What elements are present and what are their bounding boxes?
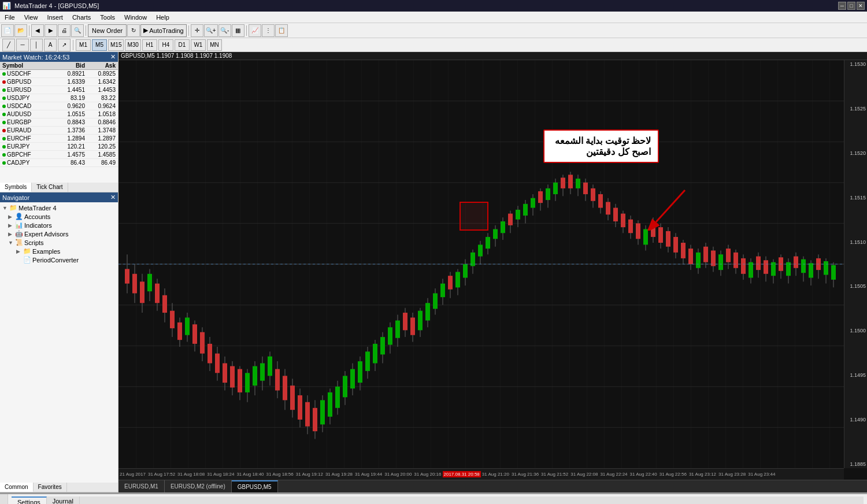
status-dot: [2, 137, 6, 140]
tab-journal[interactable]: Journal: [47, 496, 80, 504]
new-chart-button[interactable]: 📄: [1, 24, 14, 37]
list-item[interactable]: AUDUSD 1.0515 1.0518: [0, 110, 118, 118]
svg-rect-116: [516, 210, 520, 220]
svg-rect-168: [711, 250, 716, 266]
nav-label-metatrader4: MetaTrader 4: [18, 205, 57, 212]
svg-rect-138: [598, 194, 603, 208]
refresh-button[interactable]: ↻: [127, 24, 140, 37]
new-order-button[interactable]: New Order: [88, 24, 127, 37]
price-label-9: 1.1885: [846, 461, 866, 467]
navigator-close-icon[interactable]: ✕: [110, 194, 116, 201]
strategy-tester-content: Settings Journal Expert Advisor: 2 MA Cr…: [8, 494, 867, 504]
chart-tab-eurusd-m2[interactable]: EURUSD,M2 (offline): [165, 480, 232, 492]
tab-tick-chart[interactable]: Tick Chart: [32, 183, 68, 192]
tf-mn[interactable]: MN: [207, 39, 222, 51]
line-tool[interactable]: ╱: [2, 39, 15, 51]
nav-label-indicators: Indicators: [24, 222, 52, 229]
tf-h4[interactable]: H4: [158, 39, 173, 51]
mw-symbol-3: USDJPY: [0, 94, 57, 102]
tf-m1[interactable]: M1: [76, 39, 91, 51]
close-button[interactable]: ✕: [857, 2, 865, 10]
tab-common[interactable]: Common: [0, 483, 34, 492]
nav-item-scripts[interactable]: ▼ 📜 Scripts: [0, 238, 118, 247]
chart-canvas[interactable]: 1.1530 1.1525 1.1520 1.1515 1.1510 1.150…: [118, 60, 867, 480]
tf-d1[interactable]: D1: [175, 39, 190, 51]
status-dot: [2, 88, 6, 92]
zoom-in-button[interactable]: 🔍+: [204, 24, 218, 37]
nav-item-metatrader4[interactable]: ▼ 📁 MetaTrader 4: [0, 203, 118, 212]
menu-file[interactable]: File: [0, 12, 20, 23]
menu-bar: File View Insert Charts Tools Window Hel…: [0, 12, 867, 23]
tab-symbols[interactable]: Symbols: [0, 183, 32, 192]
zoom-out-button[interactable]: 🔍-: [218, 24, 231, 37]
menu-help[interactable]: Help: [151, 12, 174, 23]
menu-insert[interactable]: Insert: [42, 12, 68, 23]
expand-icon: ▶: [16, 249, 22, 254]
menu-window[interactable]: Window: [120, 12, 151, 23]
forward-button[interactable]: ▶: [45, 24, 57, 37]
list-item[interactable]: GBPUSD 1.6339 1.6342: [0, 78, 118, 86]
tab-settings[interactable]: Settings: [12, 496, 47, 504]
open-button[interactable]: 📂: [14, 24, 27, 37]
indicators-button[interactable]: 📈: [249, 24, 261, 37]
market-watch-close-icon[interactable]: ✕: [110, 53, 116, 61]
nav-item-periodconverter[interactable]: 📄 PeriodConverter: [0, 255, 118, 264]
svg-rect-32: [200, 332, 205, 354]
nav-item-indicators[interactable]: ▶ 📊 Indicators: [0, 221, 118, 229]
mw-symbol-4: USDCAD: [0, 102, 57, 110]
back-button[interactable]: ◀: [31, 24, 44, 37]
print-button[interactable]: 🖨: [58, 24, 71, 37]
list-item[interactable]: EURCHF 1.2894 1.2897: [0, 135, 118, 143]
chart-type-button[interactable]: ▦: [232, 24, 244, 37]
autotrading-button[interactable]: ▶ AutoTrading: [140, 24, 187, 37]
tf-m15[interactable]: M15: [108, 39, 124, 51]
tf-m5[interactable]: M5: [92, 39, 107, 51]
list-item[interactable]: EURAUD 1.3736 1.3748: [0, 127, 118, 135]
list-item[interactable]: EURJPY 120.21 120.25: [0, 143, 118, 151]
list-item[interactable]: USDJPY 83.19 83.22: [0, 94, 118, 102]
svg-rect-112: [501, 221, 505, 233]
svg-rect-120: [531, 198, 535, 208]
menu-tools[interactable]: Tools: [95, 12, 120, 23]
tpl-button[interactable]: 📋: [275, 24, 288, 37]
list-item[interactable]: USDCHF 0.8921 0.8925: [0, 70, 118, 78]
list-item[interactable]: GBPCHF 1.4575 1.4585: [0, 151, 118, 159]
nav-item-accounts[interactable]: ▶ 👤 Accounts: [0, 212, 118, 221]
time-label-7: 31 Aug 19:28: [324, 472, 354, 477]
tf-m30[interactable]: M30: [125, 39, 140, 51]
maximize-button[interactable]: □: [847, 2, 855, 10]
crosshair-button[interactable]: ✛: [191, 24, 203, 37]
tf-h1[interactable]: H1: [142, 39, 157, 51]
separator-2: [86, 25, 86, 36]
arrow-tool[interactable]: ↗: [58, 39, 71, 51]
list-item[interactable]: USDCAD 0.9620 0.9624: [0, 102, 118, 110]
list-item[interactable]: CADJPY 86.43 86.49: [0, 159, 118, 167]
list-item[interactable]: EURGBP 0.8843 0.8846: [0, 118, 118, 127]
candlestick-chart: [118, 60, 844, 468]
time-label-12: 31 Aug 21:20: [481, 472, 510, 477]
chart-tab-eurusd-m1[interactable]: EURUSD,M1: [118, 480, 165, 492]
nav-item-examples[interactable]: ▶ 📁 Examples: [0, 247, 118, 255]
mw-bid-5: 1.0515: [57, 110, 87, 118]
svg-rect-58: [298, 395, 302, 420]
time-label-4: 31 Aug 18:40: [235, 472, 265, 477]
tf-w1[interactable]: W1: [191, 39, 206, 51]
menu-view[interactable]: View: [20, 12, 43, 23]
tab-favorites[interactable]: Favorites: [34, 483, 67, 492]
menu-charts[interactable]: Charts: [68, 12, 95, 23]
hline-tool[interactable]: ─: [16, 39, 29, 51]
text-tool[interactable]: A: [44, 39, 57, 51]
chart-tab-gbpusd-m5[interactable]: GBPUSD,M5: [232, 480, 278, 492]
svg-rect-60: [305, 402, 310, 427]
svg-rect-198: [824, 261, 828, 275]
list-item[interactable]: EURUSD 1.4451 1.4453: [0, 86, 118, 94]
nav-item-expert-advisors[interactable]: ▶ 🤖 Expert Advisors: [0, 229, 118, 238]
mw-symbol-0: USDCHF: [0, 70, 57, 77]
print-preview-button[interactable]: 🔍: [71, 24, 84, 37]
vline-tool[interactable]: │: [30, 39, 43, 51]
svg-rect-90: [418, 311, 423, 331]
minimize-button[interactable]: ─: [838, 2, 846, 10]
status-dot: [2, 105, 6, 108]
price-label-5: 1.1505: [846, 283, 866, 289]
period-sep-button[interactable]: ⋮: [262, 24, 275, 37]
